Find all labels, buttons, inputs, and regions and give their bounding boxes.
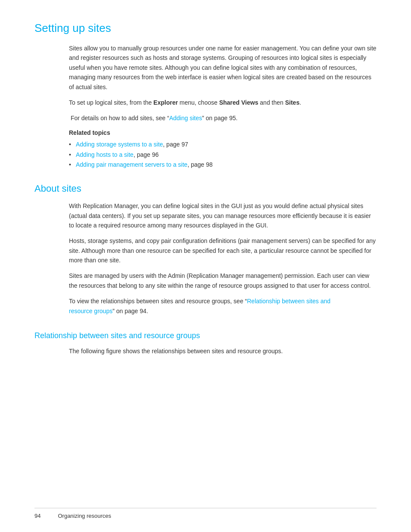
intro-paragraph3: For details on how to add sites, see “Ad… [69,113,377,123]
list-item: Adding storage systems to a site, page 9… [69,140,377,150]
intro-paragraph1: Sites allow you to manually group resour… [69,44,377,92]
adding-hosts-link[interactable]: Adding hosts to a site [76,151,134,158]
about-sites-paragraph2: Hosts, storage systems, and copy pair co… [69,236,377,265]
intro-p3-prefix: For details on how to add sites, see “ [71,115,169,121]
adding-pair-management-link[interactable]: Adding pair management servers to a site [76,161,187,168]
intro-paragraph2: To set up logical sites, from the Explor… [69,98,377,107]
intro-section: Sites allow you to manually group resour… [34,44,377,170]
adding-sites-link[interactable]: Adding sites [169,115,202,121]
intro-p2-bold1: Explorer [153,99,178,106]
page: Setting up sites Sites allow you to manu… [0,0,411,532]
footer-page-number: 94 [34,513,40,519]
list-item-suffix2: , page 96 [134,151,159,158]
intro-p3-suffix: ” on page 95. [202,115,238,121]
intro-p2-prefix: To set up logical sites, from the [69,99,153,106]
relationship-section: Relationship between sites and resource … [34,331,377,356]
about-sites-paragraph4: To view the relationships between sites … [69,296,377,316]
intro-p2-mid: menu, choose [178,99,219,106]
about-sites-title: About sites [34,183,377,194]
footer-label: Organizing resources [58,513,111,519]
footer: 94 Organizing resources [34,508,377,519]
list-item: Adding pair management servers to a site… [69,160,377,170]
list-item: Adding hosts to a site, page 96 [69,150,377,160]
relationship-title: Relationship between sites and resource … [34,331,377,340]
about-sites-content: With Replication Manager, you can define… [34,201,377,316]
intro-p2-end: . [299,99,301,106]
page-title: Setting up sites [34,22,377,35]
about-sites-section: About sites With Replication Manager, yo… [34,183,377,316]
list-item-suffix3: , page 98 [187,161,212,168]
adding-storage-systems-link[interactable]: Adding storage systems to a site [76,141,163,148]
about-p4-prefix: To view the relationships between sites … [69,298,247,305]
related-topics-list: Adding storage systems to a site, page 9… [69,140,377,170]
related-topics-label: Related topics [69,129,377,136]
relationship-paragraph1: The following figure shows the relations… [69,346,377,356]
intro-p2-bold2: Shared Views [219,99,258,106]
about-p4-suffix: ” on page 94. [112,308,148,314]
about-sites-paragraph3: Sites are managed by users with the Admi… [69,271,377,290]
list-item-suffix1: , page 97 [163,141,188,148]
about-sites-paragraph1: With Replication Manager, you can define… [69,201,377,230]
intro-p2-suffix: and then [258,99,285,106]
intro-p2-bold3: Sites [285,99,299,106]
relationship-content: The following figure shows the relations… [34,346,377,356]
